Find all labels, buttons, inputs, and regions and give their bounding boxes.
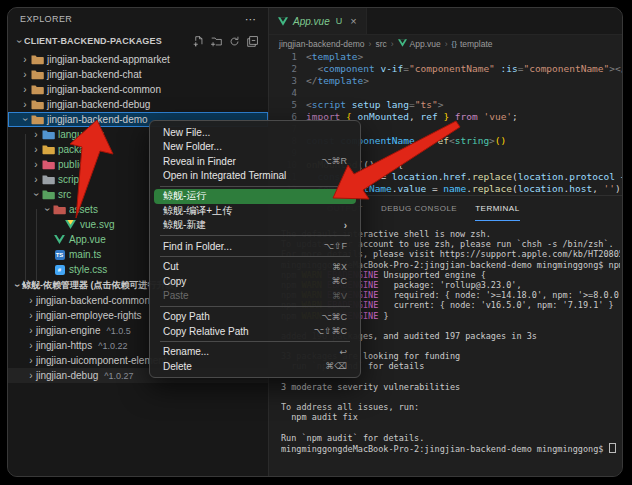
menu-item-label: 鲸舰-编译+上传 xyxy=(163,204,232,218)
breadcrumb-label: src xyxy=(375,39,386,49)
dependency-version: ^1.0.27 xyxy=(104,371,133,381)
chevron-down-icon: › xyxy=(12,280,23,290)
line-number: 3 xyxy=(269,75,306,87)
workspace-section-header[interactable]: › CLIENT-BACKEND-PACKAGES xyxy=(8,30,268,52)
dependency-name: jingjian-engine xyxy=(36,325,101,336)
menu-item-label: Rename... xyxy=(163,346,209,357)
code-text: <template> xyxy=(306,51,363,63)
vue-icon xyxy=(278,17,288,26)
context-menu-item-Copy Relative Path[interactable]: Copy Relative Path⌥⇧⌘C xyxy=(154,324,356,339)
menu-item-label: Paste xyxy=(163,290,189,301)
folder-icon xyxy=(41,189,56,200)
tree-item-label: src xyxy=(58,189,71,200)
breadcrumb-item-App.vue[interactable]: App.vue xyxy=(398,39,441,49)
menu-item-label: Copy Path xyxy=(163,311,210,322)
chevron-down-icon: › xyxy=(20,115,31,125)
context-menu-item-Find in Folder...[interactable]: Find in Folder...⌥⇧F xyxy=(154,239,356,254)
breadcrumb-item-jingjian-backend-demo[interactable]: jingjian-backend-demo xyxy=(279,39,365,49)
chevron-down-icon: › xyxy=(42,205,53,215)
chevron-right-icon: › xyxy=(20,69,30,80)
tree-item-label: jingjian-backend-appmarket xyxy=(47,54,170,65)
editor-tab-app-vue[interactable]: App.vue U × xyxy=(269,8,367,34)
panel-tab-debug-console[interactable]: DEBUG CONSOLE xyxy=(381,196,457,221)
context-menu-item-Reveal in Finder[interactable]: Reveal in Finder⌥⌘R xyxy=(154,154,356,169)
context-menu-item-Copy[interactable]: Copy⌘C xyxy=(154,274,356,289)
line-number: 1 xyxy=(269,51,306,63)
chevron-right-icon: › xyxy=(26,355,36,366)
code-line: 4 xyxy=(269,87,622,99)
tree-item-label: vue.svg xyxy=(80,219,114,230)
context-menu-item-鲸舰-新建[interactable]: 鲸舰-新建› xyxy=(154,218,356,233)
folder-icon xyxy=(30,69,45,80)
menu-item-label: 鲸舰-运行 xyxy=(163,189,206,203)
chevron-right-icon: › xyxy=(26,325,36,336)
context-menu-item-Open in Integrated Terminal[interactable]: Open in Integrated Terminal xyxy=(154,169,356,184)
vue-icon xyxy=(398,39,407,49)
context-menu-item-Cut[interactable]: Cut⌘X xyxy=(154,260,356,275)
panel-tab-terminal[interactable]: TERMINAL xyxy=(475,196,519,221)
context-menu-item-Paste[interactable]: Paste⌘V xyxy=(154,289,356,304)
breadcrumb-item-template[interactable]: {}template xyxy=(452,39,493,49)
collapse-all-icon[interactable] xyxy=(247,36,258,47)
code-line: 3</template> xyxy=(269,75,622,87)
new-file-icon[interactable] xyxy=(193,36,204,47)
chevron-right-icon: › xyxy=(31,159,41,170)
editor-tab-bar: App.vue U × xyxy=(269,8,622,35)
menu-item-label: Copy xyxy=(163,276,186,287)
menu-item-label: Delete xyxy=(163,361,192,372)
css-icon: # xyxy=(52,265,67,275)
context-menu-item-Delete[interactable]: Delete⌘⌫ xyxy=(154,359,356,374)
context-menu-item-New Folder...[interactable]: New Folder... xyxy=(154,140,356,155)
context-menu-item-Rename...[interactable]: Rename...↩ xyxy=(154,344,356,359)
close-icon[interactable]: × xyxy=(350,15,356,27)
context-menu-item-鲸舰-编译+上传[interactable]: 鲸舰-编译+上传 xyxy=(154,204,356,219)
dependency-version: ^1.0.5 xyxy=(107,326,131,336)
menu-separator xyxy=(160,256,350,257)
terminal-line: mingminggongdeMacBook-Pro-2:jingjian-bac… xyxy=(281,443,620,453)
menu-item-shortcut: ⌘X xyxy=(332,262,347,272)
refresh-icon[interactable] xyxy=(229,36,240,47)
menu-separator xyxy=(160,306,350,307)
tree-item-jingjian-backend-common[interactable]: ›jingjian-backend-common xyxy=(8,82,268,97)
more-actions-icon[interactable]: ⋯ xyxy=(245,8,256,30)
breadcrumb-separator: › xyxy=(445,39,448,49)
folder-icon xyxy=(30,99,45,110)
menu-item-shortcut: ⌘⌫ xyxy=(325,361,347,371)
terminal-line xyxy=(281,392,620,402)
folder-icon xyxy=(30,84,45,95)
line-number: 4 xyxy=(269,87,306,99)
vuesvg-icon xyxy=(63,220,78,229)
context-menu-item-New File...[interactable]: New File... xyxy=(154,125,356,140)
dependency-name: jingjian-https xyxy=(36,340,92,351)
code-text: </template> xyxy=(306,75,369,87)
breadcrumb-label: App.vue xyxy=(410,39,441,49)
tree-item-label: jingjian-backend-common xyxy=(47,84,161,95)
tree-item-jingjian-backend-debug[interactable]: ›jingjian-backend-debug xyxy=(8,97,268,112)
menu-item-label: Open in Integrated Terminal xyxy=(163,170,286,181)
dependency-version: ^1.0.22 xyxy=(98,341,127,351)
tree-item-label: assets xyxy=(69,204,98,215)
chevron-right-icon: › xyxy=(26,370,36,381)
breadcrumb-item-src[interactable]: src xyxy=(375,39,386,49)
new-folder-icon[interactable] xyxy=(211,36,222,47)
line-number: 2 xyxy=(269,63,306,75)
tree-item-jingjian-backend-chat[interactable]: ›jingjian-backend-chat xyxy=(8,67,268,82)
tree-item-jingjian-backend-appmarket[interactable]: ›jingjian-backend-appmarket xyxy=(8,52,268,67)
terminal-line xyxy=(281,423,620,433)
tree-item-label: style.css xyxy=(69,264,107,275)
context-menu-item-Copy Path[interactable]: Copy Path⌥⌘C xyxy=(154,309,356,324)
folder-icon xyxy=(41,129,56,140)
chevron-right-icon: › xyxy=(31,144,41,155)
terminal-line: To address all issues, run: xyxy=(281,402,620,412)
explorer-header: EXPLORER ⋯ xyxy=(8,8,268,30)
dependency-name: jingjian-uicomponent-element xyxy=(36,355,167,366)
breadcrumb-separator: › xyxy=(369,39,372,49)
tree-item-label: jingjian-backend-debug xyxy=(47,99,150,110)
menu-item-shortcut: ⌥⇧⌘C xyxy=(314,326,347,336)
tree-item-label: languages xyxy=(58,129,104,140)
chevron-right-icon: › xyxy=(26,340,36,351)
chevron-right-icon: › xyxy=(20,84,30,95)
chevron-right-icon: › xyxy=(26,295,36,306)
context-menu-item-鲸舰-运行[interactable]: 鲸舰-运行 xyxy=(154,189,356,204)
menu-item-label: Find in Folder... xyxy=(163,241,232,252)
